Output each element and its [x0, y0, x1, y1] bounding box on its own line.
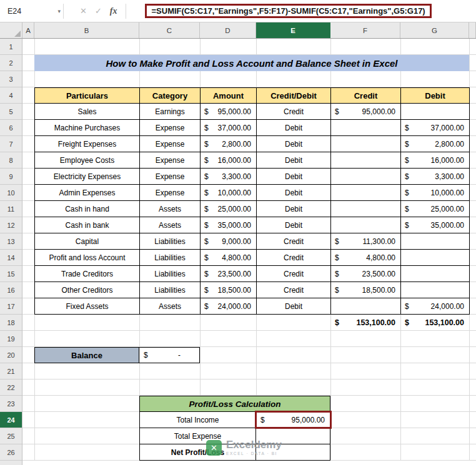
sheet-title-cell[interactable]: How to Make Profit and Loss Account and …	[34, 55, 469, 71]
enter-icon[interactable]: ✓	[95, 6, 102, 16]
column-header-E[interactable]: E	[256, 22, 330, 38]
cell-credit-debit[interactable]: Debit	[257, 217, 331, 233]
header-category[interactable]: Category	[140, 87, 201, 104]
cell-credit-debit[interactable]: Debit	[257, 120, 331, 136]
insert-function-icon[interactable]: fx	[110, 6, 117, 16]
cell-debit[interactable]: $2,800.00	[401, 136, 470, 152]
cell-credit-debit[interactable]: Credit	[257, 282, 331, 298]
cell-amount[interactable]: $24,000.00	[201, 298, 257, 315]
row-header-19[interactable]: 19	[0, 331, 22, 347]
cell-amount[interactable]: $10,000.00	[201, 185, 257, 201]
cell-particulars[interactable]: Machine Purchases	[35, 120, 140, 136]
cell-particulars[interactable]: Sales	[35, 104, 140, 120]
cell-amount[interactable]: $18,500.00	[201, 282, 257, 298]
cell-debit[interactable]	[401, 266, 470, 282]
row-header-9[interactable]: 9	[0, 169, 22, 185]
cell-credit-debit[interactable]: Debit	[257, 152, 331, 169]
credit-total-cell[interactable]: $ 153,100.00	[330, 315, 400, 331]
cell-particulars[interactable]: Profit and loss Account	[35, 250, 140, 266]
column-header-B[interactable]: B	[34, 22, 139, 38]
sheet-grid[interactable]: How to Make Profit and Loss Account and …	[22, 39, 476, 465]
row-header-7[interactable]: 7	[0, 136, 22, 152]
cell-amount[interactable]: $4,800.00	[201, 250, 257, 266]
row-header-14[interactable]: 14	[0, 250, 22, 266]
cell-amount[interactable]: $25,000.00	[201, 201, 257, 217]
header-credit[interactable]: Credit	[331, 87, 401, 104]
cancel-icon[interactable]: ✕	[80, 6, 87, 16]
cell-debit[interactable]: $25,000.00	[401, 201, 470, 217]
cell-amount[interactable]: $3,300.00	[201, 169, 257, 185]
cell-debit[interactable]: $37,000.00	[401, 120, 470, 136]
cell-credit[interactable]	[331, 201, 401, 217]
cell-category[interactable]: Liabilities	[140, 282, 201, 298]
cell-particulars[interactable]: Fixed Assets	[35, 298, 140, 315]
header-debit[interactable]: Debit	[401, 87, 470, 104]
cell-credit[interactable]	[331, 217, 401, 233]
cell-particulars[interactable]: Cash in bank	[35, 217, 140, 233]
formula-bar[interactable]: =SUMIF(C5:C17,"Earnings",F5:F17)-SUMIF(C…	[126, 0, 476, 22]
cell-amount[interactable]: $16,000.00	[201, 152, 257, 169]
cell-credit[interactable]	[331, 120, 401, 136]
row-header-26[interactable]: 26	[0, 444, 22, 461]
total-income-value-cell[interactable]: $ 95,000.00	[256, 412, 330, 428]
cell-category[interactable]: Earnings	[140, 104, 201, 120]
formula-text[interactable]: =SUMIF(C5:C17,"Earnings",F5:F17)-SUMIF(C…	[145, 4, 431, 18]
cell-category[interactable]: Expense	[140, 169, 201, 185]
column-header-G[interactable]: G	[400, 22, 469, 38]
cell-particulars[interactable]: Cash in hand	[35, 201, 140, 217]
debit-total-cell[interactable]: $ 153,100.00	[400, 315, 469, 331]
row-header-16[interactable]: 16	[0, 282, 22, 298]
row-header-4[interactable]: 4	[0, 87, 22, 104]
cell-debit[interactable]: $35,000.00	[401, 217, 470, 233]
cell-category[interactable]: Assets	[140, 201, 201, 217]
cell-credit[interactable]: $18,500.00	[331, 282, 401, 298]
column-header-C[interactable]: C	[139, 22, 200, 38]
cell-particulars[interactable]: Admin Expenses	[35, 185, 140, 201]
column-header-A[interactable]: A	[22, 22, 34, 38]
balance-label-cell[interactable]: Balance	[34, 347, 139, 363]
cell-amount[interactable]: $35,000.00	[201, 217, 257, 233]
cell-debit[interactable]	[401, 282, 470, 298]
header-amount[interactable]: Amount	[201, 87, 257, 104]
row-header-20[interactable]: 20	[0, 347, 22, 363]
cell-debit[interactable]	[401, 250, 470, 266]
cell-credit[interactable]	[331, 152, 401, 169]
cell-credit[interactable]	[331, 185, 401, 201]
cell-credit[interactable]	[331, 169, 401, 185]
header-particulars[interactable]: Particulars	[35, 87, 140, 104]
cell-debit[interactable]: $16,000.00	[401, 152, 470, 169]
cell-credit-debit[interactable]: Debit	[257, 136, 331, 152]
cell-credit[interactable]: $4,800.00	[331, 250, 401, 266]
row-header-21[interactable]: 21	[0, 363, 22, 379]
cell-amount[interactable]: $2,800.00	[201, 136, 257, 152]
balance-value-cell[interactable]: $ -	[139, 347, 200, 363]
row-header-8[interactable]: 8	[0, 152, 22, 169]
cell-category[interactable]: Expense	[140, 120, 201, 136]
cell-particulars[interactable]: Employee Costs	[35, 152, 140, 169]
row-header-11[interactable]: 11	[0, 201, 22, 217]
cell-credit-debit[interactable]: Debit	[257, 169, 331, 185]
cell-particulars[interactable]: Electricity Expenses	[35, 169, 140, 185]
row-header-3[interactable]: 3	[0, 71, 22, 87]
name-box[interactable]: E24 ▾	[2, 2, 63, 20]
name-box-dropdown-icon[interactable]: ▾	[57, 8, 61, 14]
header-credit-debit[interactable]: Credit/Debit	[257, 87, 331, 104]
total-income-label-cell[interactable]: Total Income	[139, 412, 256, 428]
column-header-F[interactable]: F	[330, 22, 400, 38]
cell-category[interactable]: Expense	[140, 185, 201, 201]
row-header-10[interactable]: 10	[0, 185, 22, 201]
cell-credit-debit[interactable]: Credit	[257, 104, 331, 120]
cell-amount[interactable]: $23,500.00	[201, 266, 257, 282]
cell-debit[interactable]: $24,000.00	[401, 298, 470, 315]
row-header-15[interactable]: 15	[0, 266, 22, 282]
cell-particulars[interactable]: Other Creditors	[35, 282, 140, 298]
cell-debit[interactable]: $10,000.00	[401, 185, 470, 201]
cell-debit[interactable]: $3,300.00	[401, 169, 470, 185]
row-header-13[interactable]: 13	[0, 233, 22, 250]
row-header-18[interactable]: 18	[0, 315, 22, 331]
cell-particulars[interactable]: Trade Creditors	[35, 266, 140, 282]
cell-category[interactable]: Expense	[140, 136, 201, 152]
row-header-25[interactable]: 25	[0, 428, 22, 444]
cell-debit[interactable]	[401, 233, 470, 250]
cell-category[interactable]: Expense	[140, 152, 201, 169]
